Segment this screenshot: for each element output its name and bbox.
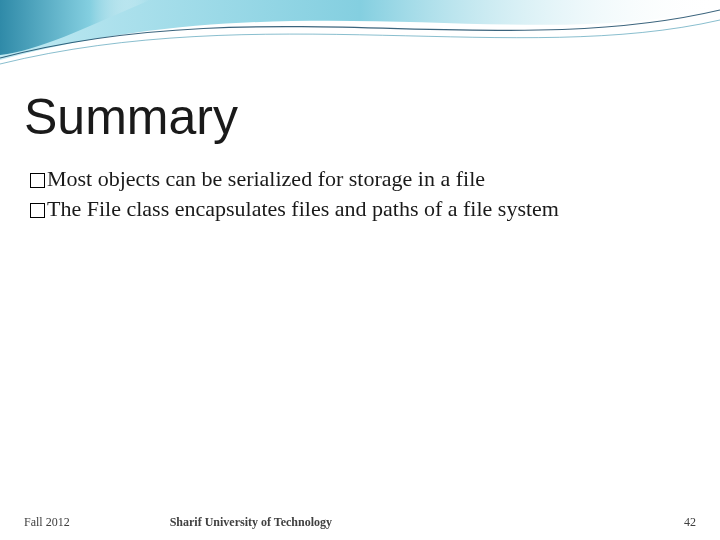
bullet-item: The File class encapsulates files and pa… xyxy=(30,194,696,224)
bullet-list: Most objects can be serialized for stora… xyxy=(24,164,696,223)
slide-number: 42 xyxy=(684,515,696,530)
bullet-text: The File class encapsulates files and pa… xyxy=(47,196,559,221)
bullet-item: Most objects can be serialized for stora… xyxy=(30,164,696,194)
square-bullet-icon xyxy=(30,203,45,218)
slide-footer: Fall 2012 Sharif University of Technolog… xyxy=(0,515,720,530)
slide-title: Summary xyxy=(24,88,696,146)
footer-date: Fall 2012 xyxy=(24,515,70,530)
square-bullet-icon xyxy=(30,173,45,188)
slide-content: Summary Most objects can be serialized f… xyxy=(24,88,696,223)
footer-org: Sharif University of Technology xyxy=(70,515,684,530)
slide-top-decor xyxy=(0,0,720,90)
bullet-text: Most objects can be serialized for stora… xyxy=(47,166,485,191)
